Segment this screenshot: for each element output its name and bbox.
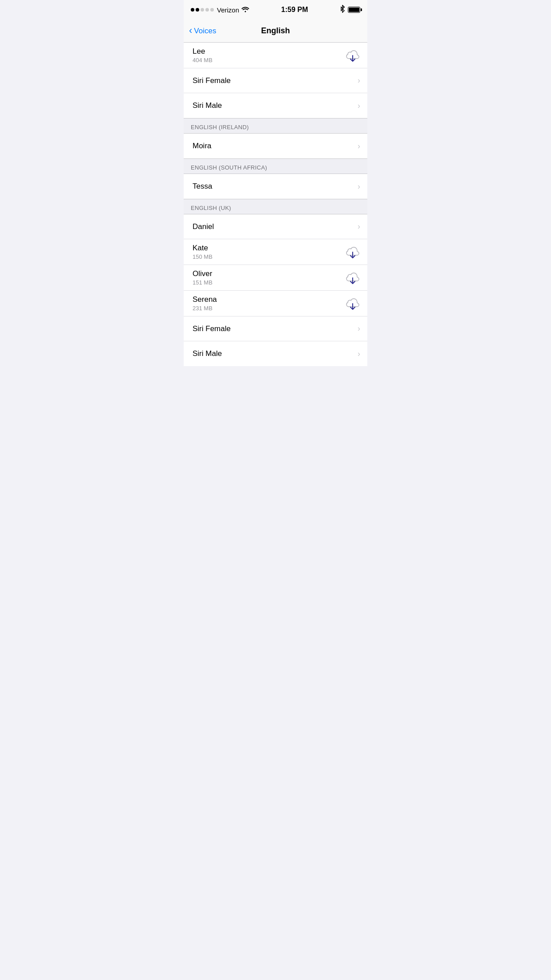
item-right: › [358,142,360,151]
item-size: 231 MB [193,305,217,312]
section-english-south-africa: ENGLISH (SOUTH AFRICA) Tessa › [184,158,367,199]
section-header-south-africa: ENGLISH (SOUTH AFRICA) [184,158,367,174]
signal-dot-5 [210,8,214,12]
list-item[interactable]: Kate 150 MB [184,239,367,265]
back-button[interactable]: ‹ Voices [189,26,216,36]
carrier-label: Verizon [217,6,239,14]
item-right: › [358,182,360,191]
item-name: Siri Female [193,76,231,85]
list-item[interactable]: Daniel › [184,214,367,239]
section-header-ireland: ENGLISH (IRELAND) [184,118,367,134]
list-item[interactable]: Siri Female › [184,68,367,93]
chevron-icon: › [358,182,360,191]
item-right: › [358,349,360,359]
chevron-icon: › [358,101,360,111]
item-right: › [358,101,360,111]
chevron-icon: › [358,222,360,231]
section-ireland-items: Moira › [184,134,367,158]
list-item[interactable]: Oliver 151 MB [184,265,367,291]
item-info: Siri Female [193,72,231,90]
bluetooth-icon [340,5,345,15]
item-info: Oliver 151 MB [193,265,213,290]
list-item[interactable]: Siri Male › [184,93,367,118]
item-right [345,296,360,311]
item-name: Lee [193,47,213,56]
item-name: Moira [193,142,212,150]
item-info: Tessa [193,178,212,195]
back-label: Voices [194,27,216,36]
section-english-uk: ENGLISH (UK) Daniel › Kate 150 MB [184,199,367,366]
battery-icon [348,7,360,13]
signal-dot-1 [191,8,194,12]
chevron-icon: › [358,349,360,359]
status-time: 1:59 PM [281,6,308,14]
item-name: Tessa [193,182,212,191]
signal-dot-2 [196,8,199,12]
item-name: Kate [193,244,213,253]
download-icon[interactable] [345,245,360,260]
section-header-uk: ENGLISH (UK) [184,199,367,214]
list-item[interactable]: Siri Female › [184,316,367,341]
section-south-africa-items: Tessa › [184,174,367,199]
item-info: Siri Female [193,320,231,338]
list-item[interactable]: Moira › [184,134,367,158]
item-right [345,270,360,285]
list-item[interactable]: Serena 231 MB [184,291,367,316]
back-chevron-icon: ‹ [189,26,192,36]
item-size: 404 MB [193,57,213,63]
chevron-icon: › [358,142,360,151]
wifi-icon [241,6,249,14]
item-info: Moira [193,137,212,155]
chevron-icon: › [358,324,360,333]
status-bar: Verizon 1:59 PM [184,0,367,20]
item-right: › [358,76,360,85]
download-icon[interactable] [345,270,360,285]
nav-bar: ‹ Voices English [184,20,367,43]
section-english-us-items: Lee 404 MB Siri Female [184,43,367,118]
page-title: English [261,26,290,36]
content-area: Lee 404 MB Siri Female [184,43,367,366]
list-item[interactable]: Siri Male › [184,341,367,366]
section-english-ireland: ENGLISH (IRELAND) Moira › [184,118,367,158]
download-icon[interactable] [345,48,360,63]
item-name: Oliver [193,269,213,278]
item-name: Siri Male [193,101,222,110]
list-item[interactable]: Lee 404 MB [184,43,367,68]
download-icon[interactable] [345,296,360,311]
item-name: Siri Male [193,349,222,358]
item-info: Daniel [193,218,214,236]
item-right: › [358,324,360,333]
item-info: Siri Male [193,97,222,115]
item-right [345,48,360,63]
item-info: Serena 231 MB [193,291,217,316]
section-uk-items: Daniel › Kate 150 MB [184,214,367,366]
signal-dot-4 [205,8,209,12]
item-info: Lee 404 MB [193,43,213,68]
item-name: Siri Female [193,324,231,333]
item-name: Daniel [193,222,214,231]
item-size: 150 MB [193,253,213,260]
signal-dots [191,8,214,12]
status-left: Verizon [191,6,249,14]
section-english-us: Lee 404 MB Siri Female [184,43,367,118]
item-right [345,245,360,260]
item-size: 151 MB [193,279,213,286]
signal-dot-3 [201,8,204,12]
chevron-icon: › [358,76,360,85]
list-item[interactable]: Tessa › [184,174,367,199]
item-info: Siri Male [193,345,222,363]
status-right [340,5,360,15]
item-right: › [358,222,360,231]
item-info: Kate 150 MB [193,239,213,265]
item-name: Serena [193,295,217,304]
battery-fill [349,8,359,12]
